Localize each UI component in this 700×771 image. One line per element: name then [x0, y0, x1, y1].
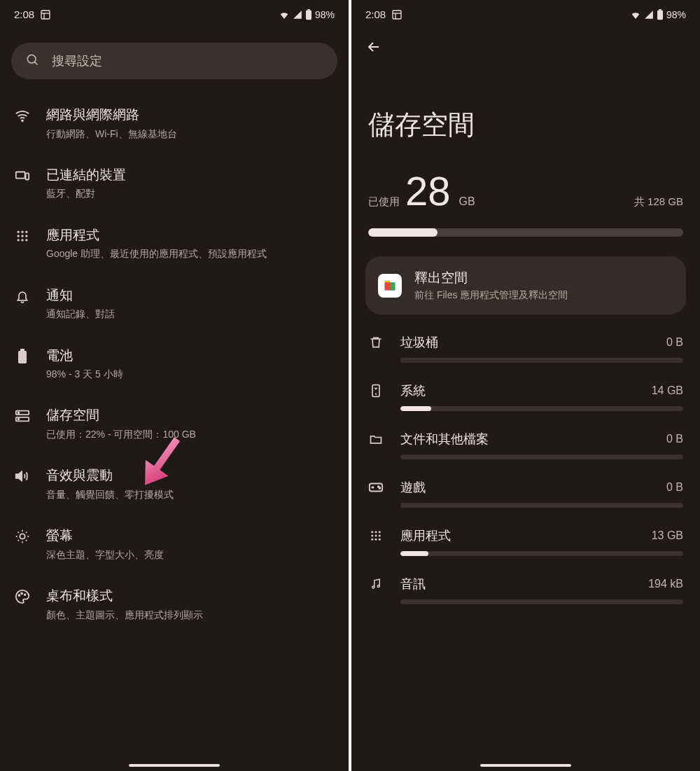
wifi-status-icon	[279, 9, 290, 20]
category-bar	[400, 599, 683, 604]
svg-rect-19	[18, 351, 27, 363]
storage-category-item[interactable]: 應用程式 13 GB	[368, 516, 683, 564]
svg-rect-8	[16, 172, 25, 178]
setting-title: 網路與網際網路	[46, 106, 335, 125]
category-label: 文件和其他檔案	[400, 431, 650, 447]
category-bar	[400, 503, 683, 508]
setting-title: 桌布和樣式	[46, 587, 335, 606]
nav-handle[interactable]	[480, 764, 571, 767]
category-label: 音訊	[400, 576, 631, 592]
storage-category-item[interactable]: 遊戲 0 B	[368, 468, 683, 516]
setting-battery[interactable]: 電池 98% - 3 天 5 小時	[0, 334, 349, 394]
setting-notifications[interactable]: 通知 通知記錄、對話	[0, 274, 349, 334]
brightness-icon	[14, 528, 31, 545]
storage-screen: 2:08 98% 儲存空間 已使用 28 GB 共 128 GB	[351, 0, 700, 771]
svg-point-43	[379, 535, 381, 537]
devices-icon	[14, 167, 31, 184]
setting-storage[interactable]: 儲存空間 已使用：22% - 可用空間：100 GB	[0, 394, 349, 454]
svg-point-13	[18, 235, 20, 237]
used-label: 已使用	[368, 195, 400, 209]
headlines-icon	[391, 9, 402, 20]
svg-point-48	[377, 585, 379, 588]
svg-point-23	[18, 412, 20, 414]
storage-progress-bar	[368, 228, 683, 237]
used-unit: GB	[459, 195, 475, 208]
status-bar: 2:08 98%	[351, 0, 700, 26]
used-value: 28	[405, 171, 451, 211]
setting-title: 已連結的裝置	[46, 166, 335, 185]
category-fill	[400, 551, 428, 556]
svg-point-11	[21, 230, 23, 232]
settings-screen: 2:08 98% 搜尋設定 網路與網際網路 行動網路、Wi-Fi、無線基地台	[0, 0, 349, 771]
status-time: 2:08	[365, 8, 386, 20]
setting-display[interactable]: 螢幕 深色主題、字型大小、亮度	[0, 514, 349, 574]
svg-point-42	[375, 535, 377, 537]
setting-title: 儲存空間	[46, 406, 335, 425]
setting-title: 通知	[46, 286, 335, 305]
setting-sound[interactable]: 音效與震動 音量、觸覺回饋、零打擾模式	[0, 454, 349, 514]
setting-sub: 藍牙、配對	[46, 186, 335, 200]
storage-icon	[14, 408, 31, 424]
svg-point-45	[375, 539, 377, 541]
svg-rect-0	[41, 11, 50, 19]
svg-point-28	[24, 594, 26, 595]
setting-title: 電池	[46, 347, 335, 366]
svg-point-47	[372, 586, 374, 588]
category-size: 0 B	[666, 336, 683, 349]
svg-point-40	[379, 531, 381, 533]
setting-network[interactable]: 網路與網際網路 行動網路、Wi-Fi、無線基地台	[0, 93, 349, 153]
setting-sub: 顏色、主題圖示、應用程式排列顯示	[46, 608, 335, 622]
category-size: 0 B	[666, 433, 683, 445]
trash-icon	[368, 335, 384, 349]
category-size: 194 kB	[648, 578, 683, 590]
category-label: 系統	[400, 382, 635, 399]
status-time: 2:08	[14, 8, 34, 20]
svg-point-12	[25, 230, 27, 232]
category-size: 13 GB	[652, 529, 683, 542]
svg-point-5	[27, 55, 36, 63]
svg-point-25	[20, 534, 24, 539]
category-size: 14 GB	[652, 384, 683, 397]
storage-category-item[interactable]: 文件和其他檔案 0 B	[368, 419, 683, 468]
svg-point-17	[21, 239, 23, 241]
category-label: 應用程式	[400, 527, 635, 544]
setting-sub: Google 助理、最近使用的應用程式、預設應用程式	[46, 246, 335, 261]
svg-rect-29	[393, 11, 401, 19]
category-bar	[400, 454, 683, 459]
storage-progress-fill	[368, 228, 438, 237]
storage-category-item[interactable]: 垃圾桶 0 B	[368, 323, 683, 371]
svg-point-15	[25, 235, 27, 237]
battery-icon	[657, 9, 664, 20]
page-title: 儲存空間	[368, 107, 683, 143]
storage-categories: 垃圾桶 0 B 系統 14 GB 文件和其他檔案 0 B 遊戲 0 B	[351, 323, 700, 613]
storage-category-item[interactable]: 音訊 194 kB	[368, 564, 683, 613]
sound-icon	[14, 468, 31, 485]
storage-category-item[interactable]: 系統 14 GB	[368, 371, 683, 419]
search-settings[interactable]: 搜尋設定	[11, 43, 337, 79]
search-placeholder: 搜尋設定	[52, 53, 102, 69]
svg-rect-9	[26, 173, 29, 179]
nav-handle[interactable]	[129, 764, 220, 767]
svg-rect-20	[20, 349, 24, 351]
svg-point-37	[379, 487, 381, 489]
storage-header: 儲存空間	[351, 58, 700, 171]
setting-sub: 音量、觸覺回饋、零打擾模式	[46, 487, 335, 501]
setting-title: 應用程式	[46, 226, 335, 245]
svg-point-14	[21, 235, 23, 237]
setting-apps[interactable]: 應用程式 Google 助理、最近使用的應用程式、預設應用程式	[0, 214, 349, 274]
svg-point-7	[22, 120, 23, 121]
bell-icon	[14, 288, 31, 305]
svg-point-26	[19, 595, 20, 596]
setting-sub: 行動網路、Wi-Fi、無線基地台	[46, 127, 335, 141]
setting-wallpaper[interactable]: 桌布和樣式 顏色、主題圖示、應用程式排列顯示	[0, 574, 349, 634]
total-label: 共 128 GB	[634, 195, 683, 209]
free-up-space-card[interactable]: 釋出空間 前往 Files 應用程式管理及釋出空間	[365, 256, 686, 314]
setting-sub: 深色主題、字型大小、亮度	[46, 548, 335, 562]
setting-connected-devices[interactable]: 已連結的裝置 藍牙、配對	[0, 153, 349, 214]
settings-list: 網路與網際網路 行動網路、Wi-Fi、無線基地台 已連結的裝置 藍牙、配對 應用…	[0, 88, 349, 640]
signal-icon	[644, 10, 654, 20]
search-icon	[25, 53, 39, 69]
setting-title: 音效與震動	[46, 466, 335, 485]
svg-rect-33	[659, 9, 661, 11]
back-button[interactable]	[365, 46, 382, 57]
